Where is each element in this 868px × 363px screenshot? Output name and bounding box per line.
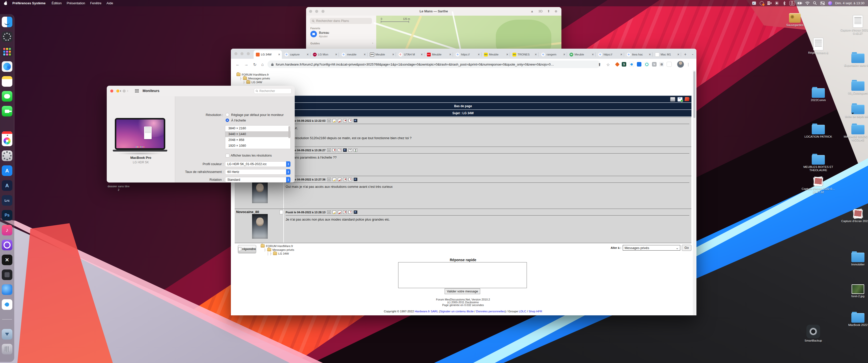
dock-lightroom[interactable]: Lrc — [2, 195, 12, 206]
favorite-bureau-icon[interactable] — [310, 31, 317, 37]
goto-select[interactable]: Messages privés⌄ — [623, 245, 680, 251]
ext-teal-icon[interactable] — [644, 62, 649, 67]
battery-icon[interactable] — [797, 1, 802, 5]
copyright-link[interactable]: Shop HFR — [529, 310, 542, 313]
forward-icon[interactable] — [343, 119, 347, 122]
copyright-link[interactable]: Données personnelles — [476, 310, 505, 313]
browser-tab-mac-m1[interactable]: Mac M1✕ — [653, 50, 681, 59]
browser-tab-rangem[interactable]: Grangem✕ — [539, 50, 567, 59]
prefs-titlebar[interactable]: ‹ › Moniteurs Rechercher — [107, 86, 295, 97]
ext-droplet-icon[interactable] — [629, 62, 634, 67]
add-icon[interactable] — [348, 210, 352, 214]
dock-trash[interactable] — [2, 344, 12, 355]
new-tab-button[interactable]: + — [683, 52, 688, 57]
show-all-resolutions-label[interactable]: Afficher toutes les résolutions — [230, 154, 272, 157]
bottom-breadcrumb-item[interactable]: FORUM HardWare.fr — [261, 244, 293, 248]
dock-photos[interactable] — [2, 136, 12, 146]
desktop-icon-folder[interactable]: MARIAGE SOIZIC ET NICOLAS — [839, 125, 868, 142]
add-icon[interactable] — [338, 148, 341, 152]
color-profile-select[interactable]: LG HDR 5K_01-05-2022.icc▲▼ — [225, 161, 291, 167]
menu-item-pr-sentation[interactable]: Présentation — [64, 0, 88, 6]
chevron-right-icon[interactable]: › — [372, 41, 373, 45]
edit-admin-icon[interactable] — [338, 178, 341, 181]
tab-close-icon[interactable]: ✕ — [392, 53, 394, 56]
tab-search-chevron-icon[interactable]: ⌄ — [691, 52, 694, 56]
resolution-list[interactable]: 3840 × 21603440 × 14402048 × 8581920 × 1… — [225, 125, 291, 149]
maps-favorite-add[interactable]: Ajouter — [319, 35, 328, 38]
menu-clock[interactable]: Dim. 4 sept. à 13:30 — [835, 1, 865, 5]
browser-tab-lg-mon[interactable]: LGLG Mon✕ — [311, 50, 339, 59]
dock-blue-app[interactable] — [2, 284, 12, 295]
dock-gear-app[interactable] — [2, 32, 12, 42]
resolution-option[interactable]: 1920 × 1080 — [225, 143, 290, 149]
user-icon[interactable] — [354, 148, 357, 152]
kebab-menu-icon[interactable]: ⋮ — [685, 61, 692, 68]
dock-podcasts[interactable] — [2, 240, 12, 250]
browser-tab-meuble[interactable]: DNMeuble✕ — [368, 50, 396, 59]
tab-close-icon[interactable]: ✕ — [506, 53, 508, 56]
menu-item-fen-tre[interactable]: Fenêtre — [88, 0, 104, 6]
submit-message-button[interactable]: Valider votre message — [444, 288, 480, 294]
brightness-icon[interactable] — [774, 1, 779, 5]
dock-photoshop[interactable]: Ps — [2, 210, 12, 221]
dock-downloads[interactable] — [2, 329, 12, 339]
desktop-icon-folder[interactable]: 00_Catalogues — [839, 81, 868, 95]
rotation-select[interactable]: Standard▲▼ — [225, 177, 291, 183]
quote-icon[interactable] — [327, 210, 331, 214]
show-all-grid-icon[interactable] — [135, 89, 139, 93]
home-icon[interactable]: ⌂ — [259, 61, 266, 68]
tab-close-icon[interactable]: ✕ — [335, 53, 337, 56]
profile-icon[interactable] — [343, 148, 347, 152]
menu-app-name[interactable]: Préférences Système — [10, 0, 48, 6]
quote-icon[interactable] — [327, 178, 331, 181]
bottom-breadcrumb-item[interactable]: ├Messages privés — [264, 248, 294, 251]
add-icon[interactable] — [348, 178, 352, 181]
quote-icon[interactable] — [327, 148, 331, 152]
mail-icon[interactable] — [348, 148, 352, 152]
search-plus-icon[interactable]: ⊕ — [555, 9, 557, 13]
desktop-icon-drive[interactable]: Sauvegardes — [776, 13, 814, 27]
browser-tab-https-[interactable]: Ghttps://✕ — [596, 50, 624, 59]
edit-icon[interactable] — [333, 119, 336, 122]
share-icon[interactable]: ⬆ — [596, 61, 603, 68]
browser-tab-meuble[interactable]: MMeuble✕ — [567, 50, 595, 59]
tab-close-icon[interactable]: ✕ — [592, 53, 594, 56]
desktop-icon-photos[interactable]: Capture d'écran 2022-0… — [839, 209, 868, 223]
tab-close-icon[interactable]: ✕ — [478, 53, 480, 56]
show-all-resolutions-checkbox[interactable] — [225, 154, 229, 158]
flag-icon[interactable] — [685, 97, 690, 101]
profile-icon[interactable] — [354, 119, 357, 122]
tab-close-icon[interactable]: ✕ — [563, 53, 565, 56]
focus-status-icon[interactable] — [759, 1, 764, 5]
resolution-option[interactable]: 3840 × 2160 — [225, 126, 290, 131]
close-icon[interactable] — [110, 90, 113, 93]
desktop-icon-document[interactable]: Régie fichiers & — [799, 38, 837, 55]
forward-icon[interactable]: › — [127, 88, 128, 93]
desktop-icon-folder[interactable]: MEUBLES BOITES ET THEOLAURE — [799, 155, 837, 172]
desktop-icon-folder[interactable]: Exportation sans titre — [839, 54, 868, 67]
wifi-icon[interactable] — [805, 1, 810, 5]
radio-default-resolution[interactable] — [225, 113, 229, 117]
dock-music[interactable]: ♪ — [2, 225, 12, 235]
tab-close-icon[interactable]: ✕ — [421, 53, 423, 56]
copyright-link[interactable]: LDLC — [519, 310, 526, 313]
profile-icon[interactable] — [354, 210, 357, 214]
page-icon[interactable] — [280, 210, 283, 214]
dock-messages[interactable] — [2, 91, 12, 102]
ext-page-icon[interactable] — [666, 62, 672, 67]
ext-puzzle-icon[interactable]: ⚄ — [659, 62, 664, 67]
quick-reply-textarea[interactable] — [398, 262, 527, 288]
bottom-breadcrumb-item[interactable]: │ ├LG 34W — [267, 252, 289, 255]
dock-droplet-app[interactable] — [2, 299, 12, 310]
search-icon[interactable] — [812, 1, 817, 5]
forward-icon[interactable] — [333, 148, 336, 152]
mountain-icon[interactable]: ▲ — [530, 9, 534, 13]
breadcrumb-item[interactable]: ├Messages privés — [240, 77, 270, 80]
printer-icon[interactable] — [670, 97, 675, 102]
back-icon[interactable]: ‹ — [120, 88, 121, 93]
add-icon[interactable] — [348, 119, 352, 122]
dock-app-store[interactable]: A — [2, 165, 12, 176]
radio-scaled-label[interactable]: À l'échelle — [231, 119, 246, 122]
page-scrollbar[interactable] — [693, 70, 696, 316]
zoom-icon[interactable] — [247, 52, 250, 55]
